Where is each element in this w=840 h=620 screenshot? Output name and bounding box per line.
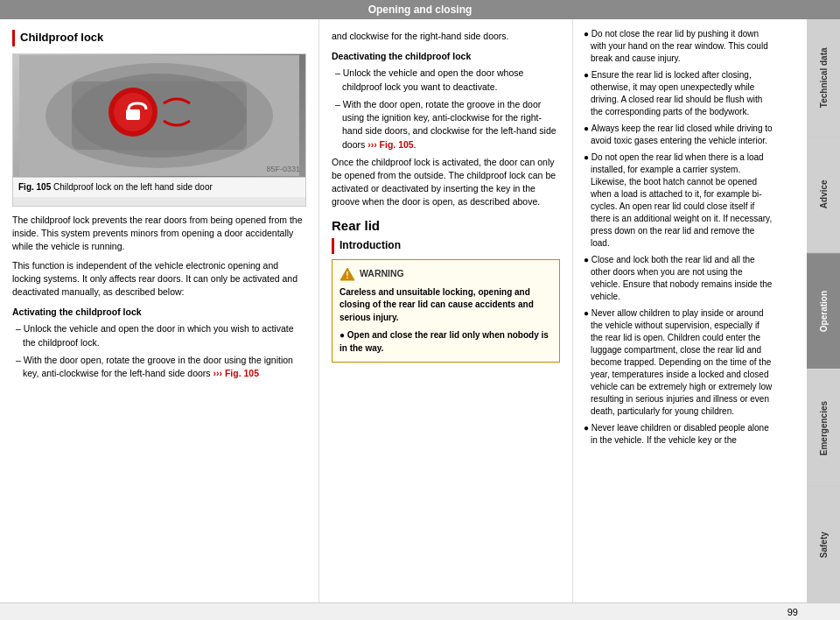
deactivating-heading: Deactivating the childproof lock	[332, 50, 560, 63]
rear-lid-title: Rear lid	[332, 216, 560, 236]
activating-step2: – With the door open, rotate the groove …	[12, 354, 306, 380]
warning-box: ! WARNING Careless and unsuitable lockin…	[332, 259, 560, 363]
chapter-title: Opening and closing	[368, 4, 472, 16]
warning-label: WARNING	[360, 267, 404, 280]
sidebar-tab-safety[interactable]: Safety	[807, 486, 840, 602]
intro-title: Introduction	[332, 238, 560, 253]
warning-triangle-icon: !	[340, 267, 355, 281]
middle-column: and clockwise for the right-hand side do…	[319, 19, 573, 602]
right-bullet-item: ● Close and lock both the rear lid and a…	[584, 254, 773, 303]
once-text: Once the childproof lock is activated, t…	[332, 156, 560, 209]
right-bullet-item: ● Never leave children or disabled peopl…	[584, 422, 773, 447]
warning-bullet1: ● Open and close the rear lid only when …	[340, 329, 552, 355]
right-bullet-item: ● Do not close the rear lid by pushing i…	[584, 28, 773, 65]
svg-rect-3	[72, 81, 247, 150]
warning-header: ! WARNING	[340, 267, 552, 281]
right-bullets-container: ● Do not close the rear lid by pushing i…	[584, 28, 773, 447]
right-bullet-item: ● Do not open the rear lid when there is…	[584, 151, 773, 250]
page-container: Opening and closing Childproof lock	[0, 0, 840, 620]
childproof-para2: This function is independent of the vehi…	[12, 259, 306, 299]
figure-image: 85F-0331	[13, 54, 305, 177]
chapter-header: Opening and closing	[0, 0, 840, 19]
fig-label: Fig. 105	[18, 182, 51, 192]
sidebar-tab-technical-data[interactable]: Technical data	[807, 19, 840, 136]
right-bullet-item: ● Never allow children to play inside or…	[584, 307, 773, 418]
fig-caption-text: Childproof lock on the left hand side do…	[53, 182, 213, 192]
svg-rect-6	[126, 109, 140, 120]
sidebar-tab-emergencies[interactable]: Emergencies	[807, 370, 840, 486]
door-graphic	[19, 55, 299, 176]
fig-ref-link[interactable]: ›››	[214, 368, 225, 378]
main-content: Childproof lock	[0, 19, 840, 602]
deactivating-step1: – Unlock the vehicle and open the door w…	[332, 67, 560, 93]
fig-ref-text: Fig. 105	[225, 368, 259, 378]
right-column: ● Do not close the rear lid by pushing i…	[573, 19, 783, 602]
warning-bullet-icon: ●	[340, 330, 347, 340]
figure-box: 85F-0331 Fig. 105 Childproof lock on the…	[12, 53, 306, 207]
childproof-para1: The childproof lock prevents the rear do…	[12, 214, 306, 254]
sidebar-tab-advice[interactable]: Advice	[807, 136, 840, 252]
figure-number: 85F-0331	[266, 164, 300, 175]
figure-caption: Fig. 105 Childproof lock on the left han…	[13, 177, 305, 198]
warning-main-text: Careless and unsuitable locking, opening…	[340, 286, 552, 325]
right-sidebar: Technical data Advice Operation Emergenc…	[807, 19, 840, 602]
fig-ref2-link[interactable]: ›››	[368, 139, 379, 150]
right-bullet-item: ● Always keep the rear lid closed while …	[584, 123, 773, 147]
fig-ref2-text: Fig. 105	[380, 139, 414, 150]
right-bullet-item: ● Ensure the rear lid is locked after cl…	[584, 69, 773, 118]
activating-heading: Activating the childproof lock	[12, 306, 306, 319]
continuation-text: and clockwise for the right-hand side do…	[332, 30, 560, 43]
activating-step1: – Unlock the vehicle and open the door i…	[12, 322, 306, 349]
sidebar-tab-operation[interactable]: Operation	[807, 252, 840, 369]
deactivating-step2: – With the door open, rotate the groove …	[332, 98, 560, 151]
svg-text:!: !	[346, 271, 348, 280]
content-area: Childproof lock	[0, 19, 807, 602]
page-number: 99	[788, 607, 798, 617]
left-column: Childproof lock	[0, 19, 319, 602]
bottom-bar: 99	[0, 602, 840, 620]
section-title: Childproof lock	[12, 30, 306, 46]
